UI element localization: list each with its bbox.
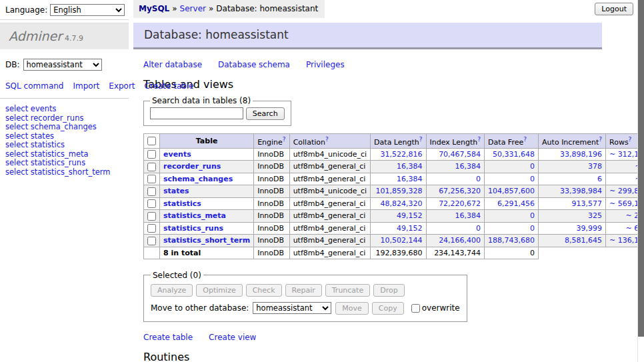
optimize-button[interactable]: Optimize <box>196 284 242 297</box>
link-privileges[interactable]: Privileges <box>306 60 345 69</box>
auto-increment-link[interactable]: 39,999 <box>577 224 603 233</box>
sidebar-action-import[interactable]: Import <box>73 81 99 91</box>
link-alter-database[interactable]: Alter database <box>143 60 202 69</box>
row-checkbox[interactable] <box>147 224 156 233</box>
column-help: ? <box>419 135 423 143</box>
overwrite-checkbox[interactable] <box>411 304 420 313</box>
app-name: Adminer <box>9 29 62 43</box>
table-name-link[interactable]: events <box>163 150 191 159</box>
table-name-link[interactable]: states <box>163 187 189 195</box>
table-name-link[interactable]: statistics_meta <box>163 211 226 220</box>
row-checkbox[interactable] <box>147 237 156 245</box>
scrollbar-thumb[interactable] <box>638 0 644 337</box>
data-length-link[interactable]: 49,152 <box>397 211 423 220</box>
language-select[interactable]: English <box>50 4 125 16</box>
drop-button[interactable]: Drop <box>373 284 404 297</box>
index-length-link[interactable]: 16,384 <box>455 211 481 220</box>
table-name-link[interactable]: statistics <box>163 199 201 208</box>
truncate-button[interactable]: Truncate <box>325 284 370 297</box>
auto-increment-link[interactable]: 6 <box>597 175 602 183</box>
column-help-link[interactable]: ? <box>629 136 632 143</box>
sidebar-action-sql-command[interactable]: SQL command <box>5 81 63 91</box>
link-create-table[interactable]: Create table <box>143 333 193 342</box>
data-length-link[interactable]: 31,522,816 <box>381 150 423 159</box>
search-input[interactable] <box>150 107 243 119</box>
scrollbar[interactable] <box>637 0 644 362</box>
logout-button[interactable]: Logout <box>595 3 633 15</box>
collation-cell: utf8mb4_general_ci <box>289 235 370 247</box>
data-free-link[interactable]: 0 <box>530 175 535 183</box>
link-create-view[interactable]: Create view <box>209 333 256 342</box>
sidebar-link-select-schema-changes[interactable]: select schema_changes <box>5 123 123 132</box>
column-help-link[interactable]: ? <box>599 136 602 143</box>
data-length-link[interactable]: 101,859,328 <box>376 187 423 195</box>
data-length-link[interactable]: 16,384 <box>397 175 423 183</box>
move-button[interactable]: Move <box>335 302 369 315</box>
copy-button[interactable]: Copy <box>372 302 404 315</box>
link-database-schema[interactable]: Database schema <box>218 60 290 69</box>
data-length-link[interactable]: 10,502,144 <box>381 236 423 245</box>
row-checkbox[interactable] <box>147 150 156 159</box>
auto-increment-link[interactable]: 33,398,984 <box>560 187 602 195</box>
data-length-link[interactable]: 16,384 <box>397 162 423 171</box>
db-select[interactable]: homeassistant <box>23 59 102 71</box>
breadcrumb-mysql-link[interactable]: MySQL <box>139 4 169 13</box>
data-length-link[interactable]: 49,152 <box>397 224 423 233</box>
sidebar-link-select-statistics-short-term[interactable]: select statistics_short_term <box>5 168 123 177</box>
search-button[interactable]: Search <box>246 107 285 120</box>
data-free-link[interactable]: 104,857,600 <box>488 187 535 195</box>
column-help-link[interactable]: ? <box>325 136 329 143</box>
row-checkbox[interactable] <box>147 212 156 221</box>
index-length-link[interactable]: 67,256,320 <box>439 187 481 195</box>
data-free-link[interactable]: 0 <box>530 224 535 233</box>
data-free-link[interactable]: 188,743,680 <box>488 236 535 245</box>
sidebar-link-select-statistics-meta[interactable]: select statistics_meta <box>5 150 123 159</box>
collation-cell: utf8mb4_general_ci <box>289 173 370 185</box>
sidebar-link-select-statistics-runs[interactable]: select statistics_runs <box>5 159 123 168</box>
auto-increment-link[interactable]: 325 <box>588 211 602 220</box>
sidebar-link-select-states[interactable]: select states <box>5 132 123 141</box>
repair-button[interactable]: Repair <box>285 284 322 297</box>
column-help-link[interactable]: ? <box>283 136 286 143</box>
index-length-link[interactable]: 72,220,672 <box>439 199 481 208</box>
data-free-link[interactable]: 6,291,456 <box>497 199 535 208</box>
sidebar-link-select-statistics[interactable]: select statistics <box>5 141 123 150</box>
auto-increment-link[interactable]: 378 <box>588 162 602 171</box>
sidebar-action-create-table[interactable]: Create table <box>145 81 194 91</box>
row-checkbox[interactable] <box>147 163 156 171</box>
data-length-link[interactable]: 48,824,320 <box>381 199 423 208</box>
table-name-link[interactable]: schema_changes <box>163 175 233 183</box>
index-length-link[interactable]: 0 <box>476 224 481 233</box>
column-help-link[interactable]: ? <box>523 136 527 143</box>
data-free-link[interactable]: 0 <box>530 162 535 171</box>
index-length-link[interactable]: 24,166,400 <box>439 236 481 245</box>
data-free-link[interactable]: 50,331,648 <box>493 150 535 159</box>
table-name-link[interactable]: statistics_short_term <box>163 236 250 245</box>
table-name-link[interactable]: recorder_runs <box>163 162 221 171</box>
row-checkbox[interactable] <box>147 175 156 183</box>
index-length-link[interactable]: 70,467,584 <box>439 150 481 159</box>
index-length-link[interactable]: 16,384 <box>455 162 481 171</box>
sidebar-link-select-recorder-runs[interactable]: select recorder_runs <box>5 114 123 123</box>
table-name-link[interactable]: statistics_runs <box>163 224 223 233</box>
auto-increment-link[interactable]: 8,581,645 <box>565 236 602 245</box>
index-length-link[interactable]: 0 <box>476 175 481 183</box>
sidebar-link-select-events[interactable]: select events <box>5 105 123 114</box>
row-checkbox[interactable] <box>147 187 156 196</box>
data-free-cell: 0 <box>485 222 539 235</box>
auto-increment-link[interactable]: 913,577 <box>572 199 603 208</box>
table-name-cell: states <box>160 185 254 198</box>
check-button[interactable]: Check <box>246 284 282 297</box>
move-database-select[interactable]: homeassistant <box>253 302 331 314</box>
breadcrumb-server-link[interactable]: Server <box>180 4 206 13</box>
column-help-link[interactable]: ? <box>477 136 481 143</box>
row-checkbox-cell <box>144 185 160 198</box>
sidebar-action-export[interactable]: Export <box>109 81 135 91</box>
data-free-link[interactable]: 0 <box>530 211 535 220</box>
column-help-link[interactable]: ? <box>419 136 423 143</box>
index-length-cell: 72,220,672 <box>426 197 485 210</box>
row-checkbox[interactable] <box>147 199 156 208</box>
analyze-button[interactable]: Analyze <box>151 284 193 297</box>
select-all-checkbox[interactable] <box>147 137 156 145</box>
auto-increment-link[interactable]: 33,898,196 <box>560 150 602 159</box>
